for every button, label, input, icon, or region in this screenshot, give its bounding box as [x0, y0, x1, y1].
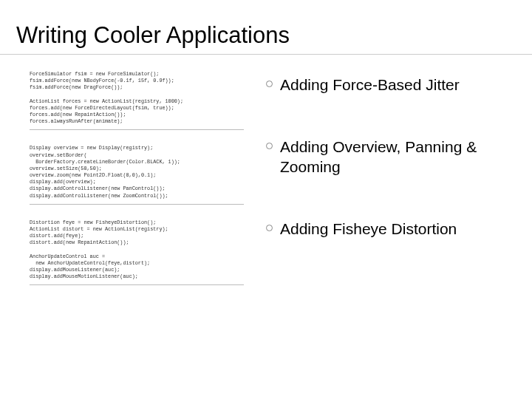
slide: Writing Cooler Applications ForceSimulat… [0, 0, 532, 399]
code-column: ForceSimulator fsim = new ForceSimulator… [15, 71, 244, 285]
list-item: Adding Overview, Panning & Zooming [266, 137, 517, 177]
bullet-icon [266, 81, 273, 87]
code-block: ForceSimulator fsim = new ForceSimulator… [30, 71, 244, 130]
title-underline [0, 54, 532, 55]
code-text: ForceSimulator fsim = new ForceSimulator… [30, 71, 244, 125]
bullet-icon [266, 225, 273, 231]
bullet-icon [266, 143, 273, 149]
bullet-text: Adding Fisheye Distortion [280, 219, 457, 239]
code-block: Distortion feye = new FisheyeDistortion(… [30, 219, 244, 286]
bullet-text: Adding Overview, Panning & Zooming [280, 137, 517, 177]
bullet-column: Adding Force-Based Jitter Adding Overvie… [266, 71, 517, 285]
list-item: Adding Fisheye Distortion [266, 219, 517, 239]
code-block: Display overview = new Display(registry)… [30, 145, 244, 204]
code-text: Display overview = new Display(registry)… [30, 145, 244, 199]
list-item: Adding Force-Based Jitter [266, 75, 517, 95]
code-text: Distortion feye = new FisheyeDistortion(… [30, 219, 244, 281]
slide-title: Writing Cooler Applications [16, 22, 517, 49]
bullet-text: Adding Force-Based Jitter [280, 75, 460, 95]
slide-content: ForceSimulator fsim = new ForceSimulator… [15, 71, 517, 285]
